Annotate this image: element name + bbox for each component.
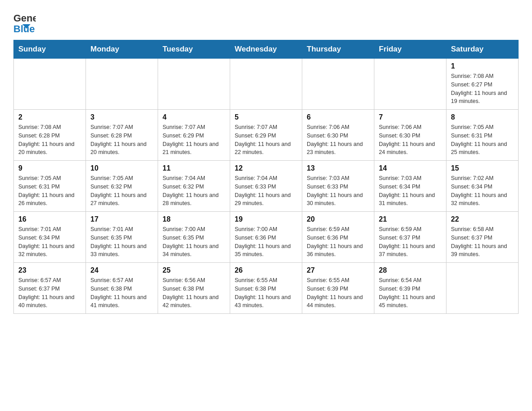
day-number: 27 — [307, 266, 369, 274]
calendar-cell — [86, 59, 158, 110]
calendar-table: SundayMondayTuesdayWednesdayThursdayFrid… — [13, 40, 519, 314]
calendar-cell: 18Sunrise: 7:00 AM Sunset: 6:35 PM Dayli… — [158, 212, 230, 263]
day-number: 9 — [18, 164, 81, 172]
day-number: 8 — [451, 113, 514, 121]
calendar-cell — [446, 263, 519, 314]
calendar-cell: 12Sunrise: 7:04 AM Sunset: 6:33 PM Dayli… — [230, 161, 302, 212]
calendar-cell — [230, 59, 302, 110]
calendar-cell: 26Sunrise: 6:55 AM Sunset: 6:38 PM Dayli… — [230, 263, 302, 314]
calendar-cell: 16Sunrise: 7:01 AM Sunset: 6:34 PM Dayli… — [14, 212, 86, 263]
day-info: Sunrise: 7:02 AM Sunset: 6:34 PM Dayligh… — [451, 174, 514, 208]
logo: General Blue — [13, 9, 36, 35]
day-number: 19 — [235, 215, 297, 223]
day-number: 23 — [18, 266, 81, 274]
day-info: Sunrise: 6:58 AM Sunset: 6:37 PM Dayligh… — [451, 225, 514, 259]
day-info: Sunrise: 7:06 AM Sunset: 6:30 PM Dayligh… — [379, 123, 442, 157]
day-number: 12 — [235, 164, 297, 172]
calendar-cell: 9Sunrise: 7:05 AM Sunset: 6:31 PM Daylig… — [14, 161, 86, 212]
day-info: Sunrise: 6:54 AM Sunset: 6:39 PM Dayligh… — [379, 276, 442, 310]
day-info: Sunrise: 7:05 AM Sunset: 6:31 PM Dayligh… — [18, 174, 81, 208]
day-number: 20 — [307, 215, 369, 223]
day-number: 28 — [379, 266, 442, 274]
calendar-cell: 19Sunrise: 7:00 AM Sunset: 6:36 PM Dayli… — [230, 212, 302, 263]
calendar-cell: 25Sunrise: 6:56 AM Sunset: 6:38 PM Dayli… — [158, 263, 230, 314]
calendar-cell: 2Sunrise: 7:08 AM Sunset: 6:28 PM Daylig… — [14, 110, 86, 161]
day-info: Sunrise: 7:00 AM Sunset: 6:36 PM Dayligh… — [235, 225, 297, 259]
day-number: 15 — [451, 164, 514, 172]
calendar-cell: 17Sunrise: 7:01 AM Sunset: 6:35 PM Dayli… — [86, 212, 158, 263]
calendar-cell: 1Sunrise: 7:08 AM Sunset: 6:27 PM Daylig… — [446, 59, 519, 110]
weekday-header-monday: Monday — [86, 40, 158, 59]
calendar-cell: 4Sunrise: 7:07 AM Sunset: 6:29 PM Daylig… — [158, 110, 230, 161]
day-number: 11 — [163, 164, 225, 172]
calendar-cell: 24Sunrise: 6:57 AM Sunset: 6:38 PM Dayli… — [86, 263, 158, 314]
weekday-header-sunday: Sunday — [14, 40, 86, 59]
day-number: 25 — [163, 266, 225, 274]
week-row-1: 1Sunrise: 7:08 AM Sunset: 6:27 PM Daylig… — [14, 59, 519, 110]
day-number: 16 — [18, 215, 81, 223]
calendar-cell — [14, 59, 86, 110]
calendar-cell: 3Sunrise: 7:07 AM Sunset: 6:28 PM Daylig… — [86, 110, 158, 161]
weekday-header-wednesday: Wednesday — [230, 40, 302, 59]
calendar-cell: 14Sunrise: 7:03 AM Sunset: 6:34 PM Dayli… — [374, 161, 446, 212]
weekday-header-row: SundayMondayTuesdayWednesdayThursdayFrid… — [14, 40, 519, 59]
day-info: Sunrise: 6:57 AM Sunset: 6:38 PM Dayligh… — [90, 276, 153, 310]
svg-text:Blue: Blue — [13, 23, 35, 34]
day-number: 5 — [235, 113, 297, 121]
page-header: General Blue — [13, 9, 519, 35]
day-info: Sunrise: 7:04 AM Sunset: 6:33 PM Dayligh… — [235, 174, 297, 208]
day-number: 13 — [307, 164, 369, 172]
weekday-header-saturday: Saturday — [446, 40, 519, 59]
day-info: Sunrise: 7:06 AM Sunset: 6:30 PM Dayligh… — [307, 123, 369, 157]
logo-icon: General Blue — [13, 9, 36, 35]
day-info: Sunrise: 7:00 AM Sunset: 6:35 PM Dayligh… — [163, 225, 225, 259]
weekday-header-tuesday: Tuesday — [158, 40, 230, 59]
day-number: 17 — [90, 215, 153, 223]
day-info: Sunrise: 7:05 AM Sunset: 6:31 PM Dayligh… — [451, 123, 514, 157]
day-number: 2 — [18, 113, 81, 121]
day-info: Sunrise: 7:07 AM Sunset: 6:29 PM Dayligh… — [163, 123, 225, 157]
day-number: 7 — [379, 113, 442, 121]
calendar-cell — [374, 59, 446, 110]
day-info: Sunrise: 6:59 AM Sunset: 6:37 PM Dayligh… — [379, 225, 442, 259]
day-info: Sunrise: 7:07 AM Sunset: 6:29 PM Dayligh… — [235, 123, 297, 157]
weekday-header-thursday: Thursday — [302, 40, 374, 59]
day-info: Sunrise: 7:03 AM Sunset: 6:33 PM Dayligh… — [307, 174, 369, 208]
day-info: Sunrise: 7:03 AM Sunset: 6:34 PM Dayligh… — [379, 174, 442, 208]
day-number: 6 — [307, 113, 369, 121]
weekday-header-friday: Friday — [374, 40, 446, 59]
day-info: Sunrise: 7:07 AM Sunset: 6:28 PM Dayligh… — [90, 123, 153, 157]
day-number: 10 — [90, 164, 153, 172]
day-number: 26 — [235, 266, 297, 274]
day-number: 4 — [163, 113, 225, 121]
calendar-cell: 20Sunrise: 6:59 AM Sunset: 6:36 PM Dayli… — [302, 212, 374, 263]
day-info: Sunrise: 6:59 AM Sunset: 6:36 PM Dayligh… — [307, 225, 369, 259]
day-info: Sunrise: 6:55 AM Sunset: 6:38 PM Dayligh… — [235, 276, 297, 310]
day-number: 22 — [451, 215, 514, 223]
calendar-cell: 27Sunrise: 6:55 AM Sunset: 6:39 PM Dayli… — [302, 263, 374, 314]
day-info: Sunrise: 6:55 AM Sunset: 6:39 PM Dayligh… — [307, 276, 369, 310]
calendar-cell: 8Sunrise: 7:05 AM Sunset: 6:31 PM Daylig… — [446, 110, 519, 161]
week-row-4: 16Sunrise: 7:01 AM Sunset: 6:34 PM Dayli… — [14, 212, 519, 263]
calendar-cell — [158, 59, 230, 110]
day-info: Sunrise: 7:05 AM Sunset: 6:32 PM Dayligh… — [90, 174, 153, 208]
week-row-2: 2Sunrise: 7:08 AM Sunset: 6:28 PM Daylig… — [14, 110, 519, 161]
day-number: 3 — [90, 113, 153, 121]
svg-text:General: General — [13, 13, 36, 24]
calendar-cell: 23Sunrise: 6:57 AM Sunset: 6:37 PM Dayli… — [14, 263, 86, 314]
day-info: Sunrise: 7:01 AM Sunset: 6:35 PM Dayligh… — [90, 225, 153, 259]
day-number: 21 — [379, 215, 442, 223]
calendar-cell: 5Sunrise: 7:07 AM Sunset: 6:29 PM Daylig… — [230, 110, 302, 161]
day-info: Sunrise: 7:08 AM Sunset: 6:28 PM Dayligh… — [18, 123, 81, 157]
day-info: Sunrise: 7:01 AM Sunset: 6:34 PM Dayligh… — [18, 225, 81, 259]
day-number: 18 — [163, 215, 225, 223]
calendar-cell: 13Sunrise: 7:03 AM Sunset: 6:33 PM Dayli… — [302, 161, 374, 212]
calendar-cell: 10Sunrise: 7:05 AM Sunset: 6:32 PM Dayli… — [86, 161, 158, 212]
day-number: 14 — [379, 164, 442, 172]
day-number: 24 — [90, 266, 153, 274]
day-number: 1 — [451, 62, 514, 70]
day-info: Sunrise: 7:04 AM Sunset: 6:32 PM Dayligh… — [163, 174, 225, 208]
day-info: Sunrise: 6:57 AM Sunset: 6:37 PM Dayligh… — [18, 276, 81, 310]
week-row-3: 9Sunrise: 7:05 AM Sunset: 6:31 PM Daylig… — [14, 161, 519, 212]
day-info: Sunrise: 7:08 AM Sunset: 6:27 PM Dayligh… — [451, 72, 514, 106]
